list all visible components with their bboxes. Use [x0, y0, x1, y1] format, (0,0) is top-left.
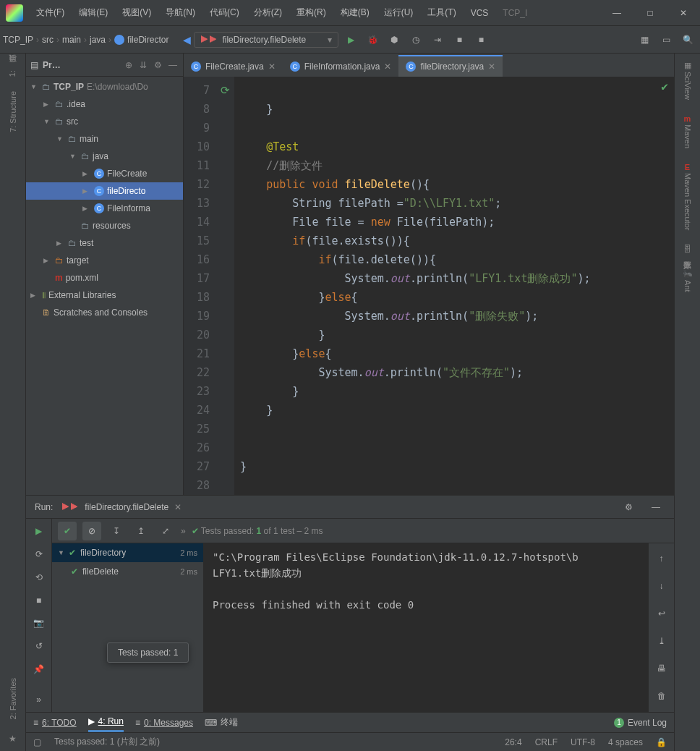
expand-button[interactable]: ⤢ — [156, 522, 175, 540]
tree-item[interactable]: 🗀resources — [26, 217, 183, 234]
tree-item[interactable]: ▼🗀main — [26, 130, 183, 148]
tree-item[interactable]: ▼🗀src — [26, 113, 183, 130]
settings-icon[interactable]: ⚙ — [154, 60, 164, 70]
scroll-up-icon[interactable]: ↑ — [652, 549, 671, 568]
gutter-maven-exec[interactable]: EMaven Executor — [683, 163, 692, 230]
event-log-button[interactable]: 1 Event Log — [614, 718, 667, 728]
dump-button[interactable]: 📷 — [30, 616, 48, 632]
test-tree[interactable]: ▼✔fileDirectory2 ms✔fileDelete2 ms — [52, 543, 204, 712]
menu-item[interactable]: VCS — [464, 0, 496, 25]
breadcrumb-item[interactable]: src — [42, 35, 54, 45]
line-separator[interactable]: CRLF — [535, 737, 558, 747]
menu-item[interactable]: 编辑(E) — [72, 0, 115, 25]
stop-button[interactable]: ■ — [450, 30, 469, 49]
minimize-button[interactable]: ― — [600, 0, 633, 26]
terminal-button[interactable]: ⌨ 终端 — [205, 716, 238, 729]
tree-item[interactable]: ▼🗀java — [26, 148, 183, 165]
run-coverage-button[interactable]: ⬢ — [385, 30, 404, 49]
messages-button[interactable]: ≡ 0: Messages — [135, 718, 193, 728]
caret-position[interactable]: 26:4 — [505, 737, 521, 747]
restore-layout-button[interactable]: ↺ — [30, 638, 48, 654]
show-ignored-button[interactable]: ⊘ — [82, 522, 101, 540]
tree-external-libs[interactable]: ▶⫴ External Libraries — [26, 287, 183, 304]
stop-tests-button[interactable]: ■ — [30, 593, 48, 608]
breadcrumb[interactable]: TCP_IP›src›main›java›fileDirector — [3, 35, 168, 45]
gutter-structure[interactable]: 7: Structure — [9, 91, 17, 132]
gutter-sciview[interactable]: ▦SciView — [683, 61, 692, 100]
code-editor[interactable]: 7891011121314151617181920212223242526272… — [184, 77, 674, 495]
toggle-auto-button[interactable]: ⟳ — [30, 546, 48, 562]
profile-button[interactable]: ◷ — [406, 30, 425, 49]
menu-item[interactable]: 运行(U) — [377, 0, 421, 25]
indent-info[interactable]: 4 spaces — [608, 737, 643, 747]
run-button[interactable]: ▶ — [341, 30, 360, 49]
gutter-favorites[interactable]: 2: Favorites — [9, 678, 17, 719]
project-tree[interactable]: ▼🗀 TCP_IP E:\download\Do ▶🗀.idea▼🗀src▼🗀m… — [26, 77, 183, 495]
tree-item[interactable]: ▶🗀.idea — [26, 96, 183, 113]
console-output[interactable]: "C:\Program Files\Eclipse Foundation\jdk… — [204, 543, 648, 712]
close-run-tab[interactable]: ✕ — [174, 502, 182, 512]
tree-scratches[interactable]: 🗎 Scratches and Consoles — [26, 304, 183, 321]
tree-item[interactable]: ▶CFileInforma — [26, 200, 183, 217]
menu-item[interactable]: 代码(C) — [202, 0, 247, 25]
scroll-to-end-icon[interactable]: ⤓ — [652, 632, 671, 650]
run-settings-icon[interactable]: ⚙ — [619, 498, 638, 517]
gutter-ant[interactable]: 🐜Ant — [683, 269, 693, 292]
test-tree-item[interactable]: ✔fileDelete2 ms — [52, 562, 203, 581]
test-tree-item[interactable]: ▼✔fileDirectory2 ms — [52, 543, 203, 562]
star-icon[interactable]: ★ — [9, 734, 17, 751]
target-icon[interactable]: ⊕ — [125, 60, 135, 70]
run-toolwindow-button[interactable]: ▶ 4: Run — [88, 713, 124, 732]
breadcrumb-item[interactable]: TCP_IP — [3, 35, 33, 45]
editor-tab[interactable]: CFileCreate.java✕ — [184, 55, 283, 77]
code-content[interactable]: } @Test //删除文件 public void fileDelete(){… — [234, 77, 674, 495]
menu-item[interactable]: 视图(V) — [115, 0, 158, 25]
run-config-selector[interactable]: ⯈⯈ fileDirectory.fileDelete ▾ — [194, 32, 338, 48]
toolwindows-icon[interactable]: ▢ — [33, 737, 41, 747]
tree-item[interactable]: ▶🗀test — [26, 234, 183, 252]
menu-item[interactable]: 重构(R) — [289, 0, 333, 25]
sort-up-button[interactable]: ↥ — [132, 522, 150, 540]
breadcrumb-item[interactable]: java — [90, 35, 106, 45]
lock-icon[interactable]: 🔒 — [656, 737, 667, 747]
tree-item[interactable]: ▶CfileDirecto — [26, 182, 183, 200]
close-button[interactable]: ✕ — [667, 0, 700, 26]
gutter-maven[interactable]: mMaven — [683, 114, 692, 148]
back-icon[interactable]: ◀ — [183, 34, 191, 46]
scroll-down-icon[interactable]: ↓ — [652, 577, 671, 595]
ide-tool-1[interactable]: ▦ — [635, 30, 654, 49]
menu-item[interactable]: 导航(N) — [158, 0, 202, 25]
tree-root[interactable]: ▼🗀 TCP_IP E:\download\Do — [26, 78, 183, 96]
ide-tool-2[interactable]: ▭ — [657, 30, 675, 49]
gutter-project[interactable]: 1: 项目 — [7, 68, 18, 77]
rerun-failed-button[interactable]: ⟲ — [30, 569, 48, 585]
debug-button[interactable]: 🐞 — [363, 30, 382, 49]
menu-item[interactable]: 工具(T) — [420, 0, 463, 25]
encoding[interactable]: UTF-8 — [571, 737, 595, 747]
breadcrumb-item[interactable]: main — [62, 35, 81, 45]
search-everywhere-icon[interactable]: 🔍 — [678, 30, 697, 49]
gutter-database[interactable]: 🗄数据库 — [682, 245, 693, 255]
close-tab-icon[interactable]: ✕ — [268, 61, 276, 72]
collapse-icon[interactable]: ⇊ — [140, 60, 150, 70]
soft-wrap-icon[interactable]: ↩ — [652, 604, 671, 623]
close-tab-icon[interactable]: ✕ — [488, 61, 495, 72]
hide-icon[interactable]: ― — [168, 60, 179, 70]
hide-run-icon[interactable]: ― — [646, 498, 665, 517]
tree-item[interactable]: ▶🗀target — [26, 252, 183, 269]
todo-button[interactable]: ≡ 6: TODO — [33, 718, 77, 728]
editor-tab[interactable]: CFileInformation.java✕ — [283, 55, 399, 77]
menu-item[interactable]: 分析(Z) — [247, 0, 289, 25]
clear-icon[interactable]: 🗑 — [652, 687, 671, 705]
breadcrumb-item[interactable]: fileDirector — [114, 35, 168, 45]
more-button[interactable]: » — [30, 692, 48, 708]
tree-item[interactable]: mpom.xml — [26, 269, 183, 287]
menu-item[interactable]: 构建(B) — [333, 0, 377, 25]
show-passed-button[interactable]: ✔ — [58, 522, 77, 540]
menu-item[interactable]: 文件(F) — [29, 0, 72, 25]
tree-item[interactable]: ▶CFileCreate — [26, 165, 183, 182]
sort-down-button[interactable]: ↧ — [107, 522, 126, 540]
print-icon[interactable]: 🖶 — [652, 659, 671, 678]
rerun-button[interactable]: ▶ — [30, 523, 48, 539]
editor-tab[interactable]: CfileDirectory.java✕ — [398, 55, 503, 77]
